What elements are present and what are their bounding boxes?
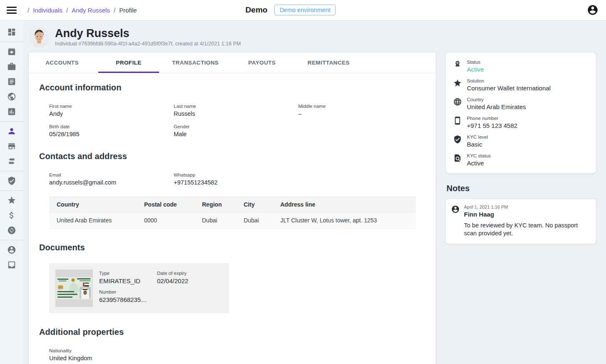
tab-payouts[interactable]: PAYOUTS — [229, 52, 295, 73]
doc-search-icon — [453, 154, 462, 162]
field-email: Email andy.russels@gmail.com — [49, 172, 174, 186]
field-gender: Gender Male — [174, 124, 298, 137]
store-icon[interactable] — [0, 139, 23, 154]
field-doc-number: Number 623957868235… — [99, 289, 157, 303]
section-title: Additional properties — [39, 327, 416, 337]
note-author: Finn Haag — [464, 211, 508, 218]
summary-country: Country United Arab Emirates — [453, 97, 589, 110]
tab-transactions[interactable]: TRANSACTIONS — [162, 52, 229, 73]
sidebar-divider — [0, 171, 23, 171]
dollar-icon[interactable] — [0, 208, 23, 223]
signpost-icon[interactable] — [0, 154, 23, 169]
shield-check-icon — [453, 135, 462, 144]
tab-bar: ACCOUNTS PROFILE TRANSACTIONS PAYOUTS RE… — [29, 52, 436, 73]
notes-title: Notes — [446, 184, 596, 193]
summary-solution: Solution Consumer Wallet International — [453, 78, 589, 92]
field-first-name: First name Andy — [49, 104, 174, 117]
field-birth-date: Birth date 05/28/1985 — [49, 124, 174, 137]
field-nationality: Nationality United Kingdom — [49, 348, 174, 362]
field-last-name: Last name Russels — [174, 104, 298, 117]
topbar: / Individuals / Andy Russels / Profile D… — [0, 0, 606, 20]
medal-icon — [453, 60, 462, 69]
section-additional-properties: Additional properties Nationality United… — [39, 327, 416, 362]
star-icon — [453, 79, 462, 87]
page-title: Andy Russels — [55, 27, 241, 39]
tab-remittances[interactable]: REMITTANCES — [295, 52, 362, 73]
tab-accounts[interactable]: ACCOUNTS — [29, 52, 95, 73]
sidebar-divider — [0, 190, 23, 191]
document-icon[interactable] — [0, 74, 23, 89]
address-table: Country Postal code Region City Address … — [49, 197, 416, 229]
bar-chart-icon[interactable] — [0, 104, 23, 119]
archive-icon[interactable] — [0, 44, 23, 59]
section-documents: Documents — [39, 243, 416, 313]
breadcrumb-separator: / — [66, 7, 68, 14]
note-timestamp: April 1, 2021 1:16 PM — [464, 204, 508, 209]
breadcrumb-individuals[interactable]: Individuals — [33, 7, 62, 14]
briefcase-icon[interactable] — [0, 59, 23, 74]
field-middle-name: Middle name – — [298, 104, 416, 117]
smartphone-icon — [453, 116, 462, 125]
dashboard-icon[interactable] — [0, 25, 23, 40]
summary-kyc-status: KYC status Active — [453, 153, 589, 167]
field-doc-type: Type EMIRATES_ID — [99, 271, 157, 284]
section-contacts-address: Contacts and address Email andy.russels@… — [39, 152, 416, 229]
field-whatsapp: Whatsapp +971551234582 — [174, 172, 298, 186]
breadcrumb: / Individuals / Andy Russels / Profile — [27, 7, 137, 14]
sidebar-divider — [0, 42, 23, 42]
section-title: Documents — [39, 243, 416, 252]
star-icon[interactable] — [0, 193, 23, 208]
breadcrumb-separator: / — [114, 7, 115, 14]
table-row[interactable]: United Arab Emirates 0000 Dubai Dubai JL… — [49, 212, 416, 229]
section-account-information: Account information First name Andy Last… — [39, 83, 416, 137]
summary-phone: Phone number +971 55 123 4582 — [453, 116, 589, 129]
exchange-icon[interactable] — [0, 223, 23, 238]
hamburger-menu-icon[interactable] — [7, 5, 18, 15]
person-icon[interactable] — [0, 124, 23, 139]
avatar — [29, 27, 50, 47]
section-title: Account information — [39, 83, 416, 92]
profile-header: Andy Russels Individual #7639bfd8-590a-4… — [29, 25, 596, 49]
breadcrumb-profile: Profile — [119, 7, 137, 14]
breadcrumb-andy-russels[interactable]: Andy Russels — [72, 7, 110, 14]
address-table-header-row: Country Postal code Region City Address … — [49, 197, 416, 212]
account-circle-icon[interactable] — [587, 4, 599, 16]
note-text: To be reviewed by KYC team. No passport … — [464, 222, 590, 237]
status-badge: Active — [467, 66, 484, 73]
app-title: Demo — [245, 5, 267, 15]
individual-id-subtitle: Individual #7639bfd8-590a-4f1f-a4a2-491d… — [55, 41, 241, 47]
note-card: April 1, 2021 1:16 PM Finn Haag To be re… — [446, 199, 596, 244]
inbox-icon[interactable] — [0, 257, 23, 272]
sidebar-nav — [0, 20, 23, 364]
emirates-id-thumbnail[interactable] — [55, 269, 93, 307]
summary-card: Status Active Solution Consumer Wallet I… — [446, 52, 596, 173]
sidebar-divider — [0, 240, 23, 240]
globe-icon — [453, 97, 462, 106]
main-content: Andy Russels Individual #7639bfd8-590a-4… — [23, 20, 606, 364]
tab-profile[interactable]: PROFILE — [95, 52, 162, 73]
right-column: Status Active Solution Consumer Wallet I… — [446, 52, 596, 244]
breadcrumb-separator: / — [27, 7, 29, 14]
section-title: Contacts and address — [39, 152, 416, 161]
sidebar-divider — [0, 121, 23, 122]
note-author-avatar-icon — [451, 205, 460, 214]
globe-icon[interactable] — [0, 89, 23, 104]
environment-badge: Demo environment — [274, 5, 336, 15]
account-circle-icon[interactable] — [0, 242, 23, 257]
summary-kyc-level: KYC level Basic — [453, 135, 589, 148]
document-card: Type EMIRATES_ID Date of expiry 02/04/20… — [49, 263, 229, 313]
profile-card: ACCOUNTS PROFILE TRANSACTIONS PAYOUTS RE… — [29, 52, 436, 364]
shield-check-icon[interactable] — [0, 173, 23, 188]
summary-status: Status Active — [453, 60, 589, 73]
field-doc-expiry: Date of expiry 02/04/2022 — [157, 271, 223, 284]
